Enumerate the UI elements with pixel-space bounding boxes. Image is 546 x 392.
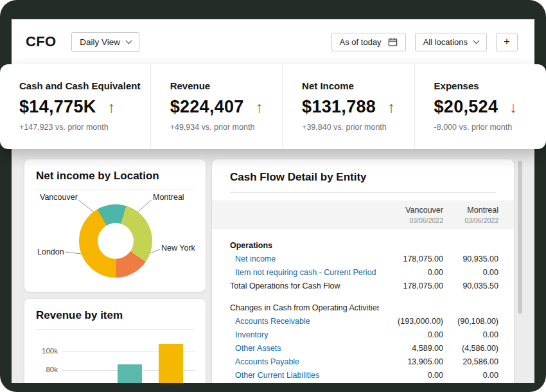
revenue-bar[interactable]	[118, 364, 142, 383]
row-value-montreal: 20,586.00	[443, 357, 498, 366]
date-selector-label: As of today	[340, 37, 382, 47]
row-value-vancouver: 178,075.00	[379, 281, 443, 290]
table-header-row: Vancouver 03/06/2022 Montreal 03/06/2022	[212, 200, 514, 229]
kpi-card: Cash and Cash Equivalent $14,775K ↑ +147…	[0, 64, 151, 149]
row-link-item-not-requiring-cash[interactable]: Item not requiring cash - Current Period	[230, 268, 379, 277]
row-value-montreal: 0.00	[443, 330, 498, 339]
table-row: Accounts Payable 13,905.00 20,586.00	[212, 355, 514, 368]
table-row: Operations	[212, 238, 514, 252]
row-value-vancouver: 0.00	[379, 268, 443, 277]
row-label-total-operations: Total Operations for Cash Flow	[230, 281, 379, 290]
header-bar: CFO Daily View As of today	[12, 19, 534, 64]
kpi-label: Expenses	[434, 80, 538, 91]
chevron-down-icon	[126, 37, 132, 44]
row-label: Operations	[230, 241, 379, 250]
table-row: Net income 178,075.00 90,935.00	[212, 252, 514, 265]
table-row: Changes in Cash from Operating Activitie…	[212, 301, 514, 314]
revenue-card-title: Revenue by item	[36, 299, 194, 330]
row-link-other-assets[interactable]: Other Assets	[230, 344, 379, 353]
table-spacer-row	[212, 292, 514, 301]
table-row: Accounts Receivable (193,000.00) (90,108…	[212, 314, 514, 328]
table-row: Inventory 0.00 0.00	[212, 328, 514, 341]
donut-label-montreal: Montreal	[153, 193, 184, 202]
row-value-montreal: 90,035.50	[443, 281, 498, 290]
location-selector-label: All locations	[423, 37, 468, 47]
column-header-vancouver: Vancouver 03/06/2022	[379, 206, 443, 224]
trend-up-icon: ↑	[108, 100, 116, 115]
table-row: Total Operations for Cash Flow 178,075.0…	[212, 279, 514, 292]
kpi-card: Net Income $131,788 ↑ +39,840 vs. prior …	[283, 64, 414, 149]
view-selector-label: Daily View	[80, 37, 120, 47]
table-scrollbar[interactable]	[518, 161, 522, 314]
add-button[interactable]: +	[496, 33, 518, 51]
row-value-vancouver: 178,075.00	[379, 254, 443, 263]
table-row: Other Current Liabilities 0.00 0.00	[212, 368, 514, 382]
row-value-montreal: 0.00	[443, 268, 498, 277]
row-value-vancouver: 0.00	[379, 371, 443, 380]
dashboard-screen: CFO Daily View As of today	[0, 0, 546, 392]
table-body: Operations Net income 178,075.00 90,935.…	[212, 238, 514, 382]
donut-hole	[98, 223, 134, 259]
kpi-card: Expenses $20,524 ↓ -8,000 vs. prior mont…	[415, 64, 546, 149]
trend-down-icon: ↓	[509, 100, 517, 115]
trend-up-icon: ↑	[387, 100, 395, 115]
page-title: CFO	[26, 33, 56, 50]
revenue-by-item-card: Revenue by item 100k 80k	[24, 299, 206, 383]
row-link-other-current-liabilities[interactable]: Other Current Liabilities	[230, 371, 379, 380]
kpi-card: Revenue $224,407 ↑ +49,934 vs. prior mon…	[151, 64, 283, 149]
row-value-montreal: 0.00	[443, 371, 498, 380]
kpi-value: $20,524	[434, 97, 498, 117]
row-value-vancouver: 4,589.00	[379, 344, 443, 353]
kpi-delta: +39,840 vs. prior month	[302, 123, 406, 132]
row-link-net-income[interactable]: Net income	[230, 254, 379, 263]
revenue-bar[interactable]	[159, 344, 183, 383]
row-value-montreal: (4,586.00)	[443, 344, 498, 353]
donut-label-vancouver: Vancouver	[40, 193, 78, 202]
row-link-inventory[interactable]: Inventory	[230, 330, 379, 339]
row-link-accounts-payable[interactable]: Accounts Payable	[230, 357, 379, 366]
kpi-label: Net Income	[302, 80, 406, 91]
kpi-delta: +147,923 vs. prior month	[19, 123, 143, 132]
date-selector-button[interactable]: As of today	[331, 33, 406, 51]
kpi-label: Cash and Cash Equivalent	[19, 80, 143, 91]
cash-flow-table-title: Cash Flow Detail by Entity	[230, 159, 496, 193]
column-header-montreal: Montreal 03/06/2022	[443, 206, 498, 224]
row-value-vancouver: 0.00	[379, 330, 443, 339]
donut-label-new-york: New York	[161, 244, 195, 253]
y-tick-80k: 80k	[30, 366, 58, 373]
header-controls: As of today All locations	[331, 33, 518, 51]
kpi-value: $224,407	[170, 97, 244, 117]
row-value-vancouver: (193,000.00)	[379, 317, 443, 326]
row-value-vancouver: 13,905.00	[379, 357, 443, 366]
cash-flow-detail-card: Cash Flow Detail by Entity Vancouver 03/…	[212, 159, 514, 383]
y-tick-100k: 100k	[30, 347, 58, 355]
row-value-montreal: 90,935.00	[443, 254, 498, 263]
row-value-montreal: (90,108.00)	[443, 317, 498, 326]
table-row: Other Assets 4,589.00 (4,586.00)	[212, 341, 514, 355]
row-link-accounts-receivable[interactable]: Accounts Receivable	[230, 317, 379, 326]
trend-up-icon: ↑	[256, 100, 263, 115]
kpi-delta: -8,000 vs. prior month	[434, 123, 538, 132]
view-selector-dropdown[interactable]: Daily View	[71, 32, 139, 52]
kpi-strip: Cash and Cash Equivalent $14,775K ↑ +147…	[0, 64, 546, 149]
kpi-delta: +49,934 vs. prior month	[170, 123, 274, 132]
row-label-changes-in-cash: Changes in Cash from Operating Activitie…	[230, 303, 379, 312]
kpi-label: Revenue	[170, 80, 274, 91]
table-row: Item not requiring cash - Current Period…	[212, 265, 514, 279]
kpi-value: $14,775K	[19, 97, 96, 117]
plus-icon: +	[504, 35, 510, 48]
calendar-icon	[388, 37, 398, 47]
location-selector-dropdown[interactable]: All locations	[415, 33, 487, 51]
net-income-by-location-card: Net income by Location Vancouver Montrea…	[24, 159, 206, 292]
net-income-donut[interactable]	[79, 204, 152, 278]
chevron-down-icon	[473, 37, 480, 44]
net-income-card-title: Net income by Location	[36, 159, 194, 190]
donut-label-london: London	[37, 247, 64, 256]
kpi-value: $131,788	[302, 97, 376, 117]
